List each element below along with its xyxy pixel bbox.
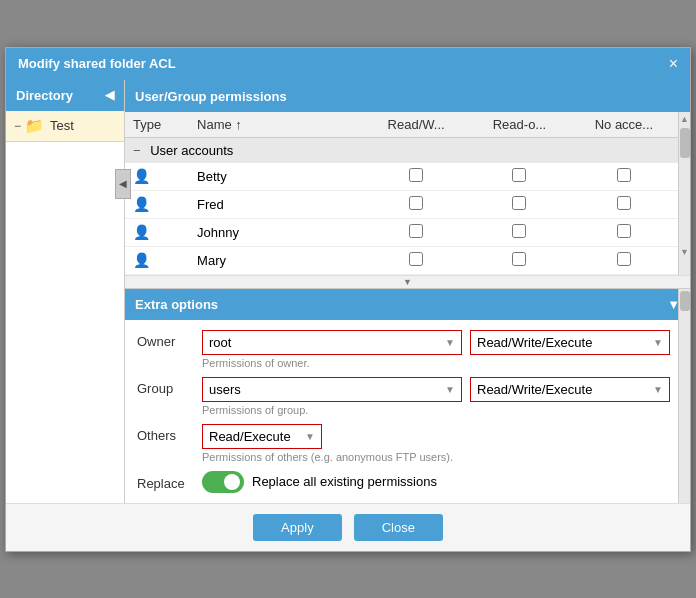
owner-perm-caret: ▼ [653,337,663,348]
extra-options-scrollbar[interactable] [678,289,690,503]
na-checkbox[interactable] [617,252,631,266]
user-name-cell: Johnny [189,218,363,246]
toggle-slider [202,471,244,493]
replace-text: Replace all existing permissions [252,474,437,489]
ro-cell [469,163,570,191]
others-row: Others Read/Execute ▼ Permissions of oth… [137,424,670,463]
rw-cell [363,163,469,191]
group-inputs: users ▼ Read/Write/Execute ▼ [202,377,670,402]
na-cell [570,218,678,246]
table-row: 👤 Johnny [125,218,678,246]
owner-select-caret: ▼ [445,337,455,348]
others-label: Others [137,424,202,443]
rw-checkbox[interactable] [409,196,423,210]
owner-label: Owner [137,330,202,349]
others-perm-select[interactable]: Read/Execute ▼ [202,424,322,449]
user-icon-cell: 👤 [125,246,189,274]
others-perm-value: Read/Execute [209,429,291,444]
replace-label: Replace [137,472,202,491]
owner-perm-value: Read/Write/Execute [477,335,592,350]
group-perm-value: Read/Write/Execute [477,382,592,397]
group-label: Group [137,377,202,396]
folder-icon: 📁 [25,117,44,135]
dialog-title: Modify shared folder ACL [18,56,176,71]
group-select-value: users [209,382,241,397]
na-checkbox[interactable] [617,196,631,210]
right-section: User/Group permissions Type Name ↑ Read/… [125,80,690,503]
rw-checkbox[interactable] [409,168,423,182]
left-panel: Directory ◀ − 📁 Test [6,80,125,503]
table-row: 👤 Betty [125,163,678,191]
col-header-rw: Read/W... [363,112,469,138]
directory-header: Directory ◀ [6,80,124,111]
modify-acl-dialog: Modify shared folder ACL × Directory ◀ −… [5,47,691,552]
apply-button[interactable]: Apply [253,514,342,541]
others-controls: Read/Execute ▼ Permissions of others (e.… [202,424,670,463]
group-label: User accounts [150,143,233,158]
directory-item-test[interactable]: − 📁 Test [6,111,124,142]
collapse-icon[interactable]: − [14,119,21,133]
user-icon-cell: 👤 [125,218,189,246]
owner-controls: root ▼ Read/Write/Execute ▼ Permissions … [202,330,670,369]
replace-toggle[interactable] [202,471,244,493]
owner-select-value: root [209,335,231,350]
directory-header-label: Directory [16,88,73,103]
user-name-cell: Mary [189,246,363,274]
user-icon: 👤 [133,168,150,184]
permissions-table-scroll[interactable]: Type Name ↑ Read/W... Read-o... No acce.… [125,112,678,275]
owner-select[interactable]: root ▼ [202,330,462,355]
group-collapse-icon[interactable]: − [133,143,141,158]
na-cell [570,163,678,191]
ro-cell [469,218,570,246]
folder-name: Test [50,118,74,133]
user-name-cell: Fred [189,190,363,218]
owner-inputs: root ▼ Read/Write/Execute ▼ [202,330,670,355]
rw-checkbox[interactable] [409,252,423,266]
col-header-name[interactable]: Name ↑ [189,112,363,138]
rw-cell [363,218,469,246]
panel-collapse-arrow[interactable]: ◀ [115,169,131,199]
extra-options-scrollbar-thumb[interactable] [680,291,690,311]
group-select[interactable]: users ▼ [202,377,462,402]
group-perm-caret: ▼ [653,384,663,395]
group-row: Group users ▼ Read/Write/Execute ▼ [137,377,670,416]
user-name-cell: Betty [189,163,363,191]
user-icon: 👤 [133,252,150,268]
permissions-header-label: User/Group permissions [135,89,287,104]
ro-checkbox[interactable] [512,252,526,266]
table-scrollbar[interactable]: ▲ ▼ [678,112,690,275]
scrollbar-thumb[interactable] [680,128,690,158]
ro-checkbox[interactable] [512,224,526,238]
na-cell [570,246,678,274]
directory-collapse-arrow[interactable]: ◀ [105,88,114,102]
ro-checkbox[interactable] [512,168,526,182]
close-button[interactable]: Close [354,514,443,541]
dialog-footer: Apply Close [6,503,690,551]
ro-checkbox[interactable] [512,196,526,210]
user-icon: 👤 [133,196,150,212]
user-icon-cell: 👤 [125,190,189,218]
owner-perm-select[interactable]: Read/Write/Execute ▼ [470,330,670,355]
ro-cell [469,190,570,218]
extra-options-header[interactable]: Extra options ▼ [125,289,690,320]
owner-hint: Permissions of owner. [202,357,670,369]
replace-row: Replace Replace all existing permissions [137,471,670,493]
permissions-table: Type Name ↑ Read/W... Read-o... No acce.… [125,112,678,275]
user-accounts-group-row: − User accounts [125,137,678,163]
dialog-title-bar: Modify shared folder ACL × [6,48,690,80]
table-row: 👤 Mary [125,246,678,274]
permissions-header: User/Group permissions [125,80,690,112]
dialog-close-button[interactable]: × [669,56,678,72]
rw-cell [363,190,469,218]
extra-options-label: Extra options [135,297,218,312]
group-perm-select[interactable]: Read/Write/Execute ▼ [470,377,670,402]
na-cell [570,190,678,218]
user-icon-cell: 👤 [125,163,189,191]
right-panel: User/Group permissions Type Name ↑ Read/… [125,80,690,288]
group-hint: Permissions of group. [202,404,670,416]
na-checkbox[interactable] [617,168,631,182]
rw-checkbox[interactable] [409,224,423,238]
ro-cell [469,246,570,274]
col-header-na: No acce... [570,112,678,138]
na-checkbox[interactable] [617,224,631,238]
